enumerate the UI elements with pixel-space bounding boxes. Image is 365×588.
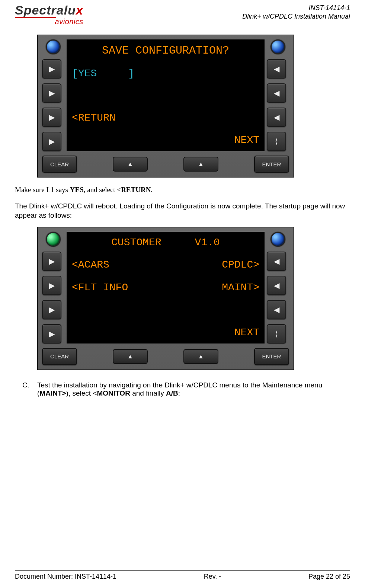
instruction-para-2: The Dlink+ w/CPDLC will reboot. Loading …	[15, 201, 350, 220]
play-right-icon: ▶	[49, 64, 55, 73]
play-right-icon: ▶	[49, 329, 55, 338]
logo-subtext: avionics	[15, 18, 83, 25]
screen2-r1: CPDLC>	[222, 258, 259, 272]
bottom-button-row: CLEAR ▲ ▲ ENTER	[42, 346, 289, 365]
step-letter: C.	[22, 381, 31, 397]
footer-doc-number: Document Number: INST-14114-1	[15, 573, 116, 581]
doc-title: Dlink+ w/CPDLC Installation Manual	[242, 12, 350, 21]
scroll-up-2-button[interactable]: ▲	[183, 349, 218, 364]
chevron-left-icon: ⟨	[275, 329, 278, 338]
lsk-r3-button[interactable]: ◀	[267, 108, 286, 127]
screen2-title-left: CUSTOMER	[111, 236, 161, 250]
clear-button[interactable]: CLEAR	[42, 156, 77, 173]
play-left-icon: ◀	[274, 113, 279, 122]
screen1-l3: <RETURN	[72, 111, 259, 125]
play-left-icon: ◀	[274, 305, 279, 314]
step-text: Test the installation by navigating on t…	[37, 381, 350, 397]
instruction-para-1: Make sure L1 says YES, and select <RETUR…	[15, 185, 350, 195]
cdu-screen-2: CUSTOMER V1.0 <ACARS CPDLC> <FLT INFO MA…	[67, 232, 265, 343]
enter-button[interactable]: ENTER	[254, 348, 289, 365]
lsk-r2-button[interactable]: ◀	[267, 276, 286, 295]
play-left-icon: ◀	[274, 64, 279, 73]
lsk-l2-button[interactable]: ▶	[42, 83, 61, 103]
lsk-r1-button[interactable]: ◀	[267, 252, 286, 271]
screen1-title: SAVE CONFIGURATION?	[72, 43, 259, 58]
cdu-screen-1: SAVE CONFIGURATION? [YES ] <RETURN NEXT	[67, 39, 265, 151]
step-c: C. Test the installation by navigating o…	[22, 381, 350, 397]
lsk-l3-button[interactable]: ▶	[42, 108, 61, 127]
lsk-r2-button[interactable]: ◀	[267, 83, 286, 103]
lsk-l4-button[interactable]: ▶	[42, 324, 61, 343]
play-right-icon: ▶	[49, 137, 55, 146]
screen2-l2: <FLT INFO	[72, 281, 128, 295]
page-footer: Document Number: INST-14114-1 Rev. - Pag…	[15, 570, 350, 581]
page-header: Spectralux avionics INST-14114-1 Dlink+ …	[15, 4, 350, 27]
bottom-button-row: CLEAR ▲ ▲ ENTER	[42, 153, 289, 173]
triangle-up-icon: ▲	[198, 161, 204, 167]
play-right-icon: ▶	[49, 257, 55, 266]
company-logo: Spectralux avionics	[15, 4, 83, 25]
play-left-icon: ◀	[274, 89, 279, 98]
screen2-r2: MAINT>	[222, 281, 259, 295]
clear-button[interactable]: CLEAR	[42, 348, 77, 365]
cdu-panel-2: ▶ ▶ ▶ ▶ CUSTOMER V1.0 <ACARS CPDLC> <FLT…	[37, 227, 294, 370]
play-left-icon: ◀	[274, 281, 279, 290]
scroll-up-2-button[interactable]: ▲	[183, 157, 218, 172]
footer-page: Page 22 of 25	[308, 573, 350, 581]
play-right-icon: ▶	[49, 113, 55, 122]
triangle-up-icon: ▲	[127, 353, 133, 360]
right-led-icon	[270, 232, 285, 247]
lsk-r4-button[interactable]: ⟨	[267, 132, 286, 151]
logo-text-2: x	[76, 3, 83, 17]
lsk-r4-button[interactable]: ⟨	[267, 324, 286, 343]
play-left-icon: ◀	[274, 257, 279, 266]
lsk-l4-button[interactable]: ▶	[42, 132, 61, 151]
lsk-r1-button[interactable]: ◀	[267, 59, 286, 79]
screen1-l1: [YES ]	[72, 67, 259, 81]
doc-id: INST-14114-1	[242, 4, 350, 12]
screen1-r4: NEXT	[234, 133, 259, 147]
lsk-l2-button[interactable]: ▶	[42, 276, 61, 295]
lsk-r3-button[interactable]: ◀	[267, 300, 286, 319]
right-led-icon	[270, 39, 285, 54]
triangle-up-icon: ▲	[198, 353, 204, 360]
left-button-column: ▶ ▶ ▶ ▶	[42, 232, 64, 343]
right-button-column: ◀ ◀ ◀ ⟨	[267, 232, 289, 343]
enter-button[interactable]: ENTER	[254, 156, 289, 173]
header-doc-info: INST-14114-1 Dlink+ w/CPDLC Installation…	[242, 4, 350, 21]
footer-rev: Rev. -	[204, 573, 221, 581]
play-right-icon: ▶	[49, 305, 55, 314]
right-button-column: ◀ ◀ ◀ ⟨	[267, 39, 289, 151]
chevron-left-icon: ⟨	[275, 137, 278, 146]
cdu-panel-1: ▶ ▶ ▶ ▶ SAVE CONFIGURATION? [YES ] <RETU…	[37, 35, 294, 178]
play-right-icon: ▶	[49, 89, 55, 98]
left-button-column: ▶ ▶ ▶ ▶	[42, 39, 64, 151]
screen2-l1: <ACARS	[72, 258, 109, 272]
screen2-r4: NEXT	[234, 326, 259, 340]
screen2-title-right: V1.0	[195, 236, 220, 250]
scroll-up-1-button[interactable]: ▲	[113, 349, 148, 364]
lsk-l3-button[interactable]: ▶	[42, 300, 61, 319]
scroll-up-1-button[interactable]: ▲	[113, 157, 148, 172]
triangle-up-icon: ▲	[127, 161, 133, 167]
left-led-icon	[46, 232, 61, 247]
play-right-icon: ▶	[49, 281, 55, 290]
lsk-l1-button[interactable]: ▶	[42, 252, 61, 271]
logo-text-1: Spectralu	[15, 3, 76, 17]
left-led-icon	[46, 39, 61, 54]
lsk-l1-button[interactable]: ▶	[42, 59, 61, 79]
